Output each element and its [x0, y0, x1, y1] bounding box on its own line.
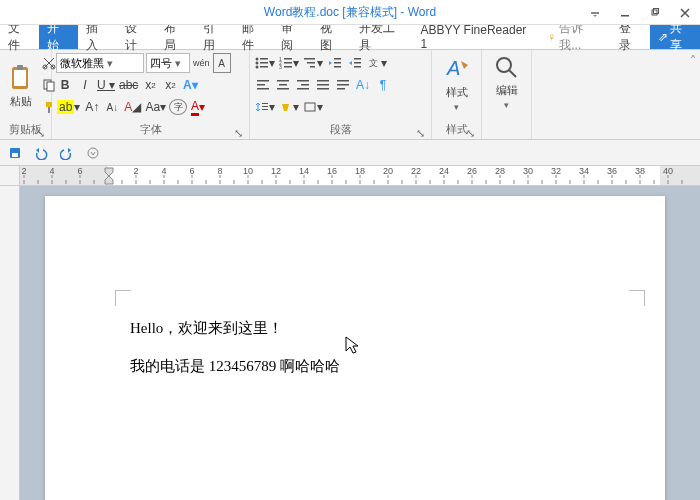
font-size-combo[interactable]: 四号▾	[146, 53, 190, 73]
restore-icon[interactable]	[640, 0, 670, 25]
highlight-button[interactable]: ab▾	[56, 97, 81, 117]
subscript-button[interactable]: x2	[141, 75, 159, 95]
clear-format-button[interactable]: A◢	[123, 97, 142, 117]
undo-icon	[33, 146, 49, 160]
minimize-icon[interactable]	[610, 0, 640, 25]
tab-file[interactable]: 文件	[0, 25, 39, 49]
dialog-launcher-icon[interactable]: ⤡	[233, 127, 243, 137]
font-color-button[interactable]: A▾	[189, 97, 207, 117]
numbering-icon: 123	[279, 57, 293, 69]
share-button[interactable]: ⇗共享	[650, 25, 700, 49]
styles-button[interactable]: A 样式 ▾	[436, 53, 477, 114]
shading-button[interactable]: ▾	[278, 97, 300, 117]
indent-icon	[348, 57, 362, 69]
bullets-button[interactable]: ▾	[254, 53, 276, 73]
tab-layout[interactable]: 布局	[156, 25, 195, 49]
svg-rect-16	[260, 62, 268, 64]
multilevel-list-button[interactable]: ▾	[302, 53, 324, 73]
svg-point-55	[497, 58, 511, 72]
tell-me[interactable]: ♀告诉我...	[539, 25, 610, 49]
align-left-button[interactable]	[254, 75, 272, 95]
paragraph-2[interactable]: 我的电话是 123456789 啊哈哈哈	[130, 354, 580, 378]
align-justify-button[interactable]	[314, 75, 332, 95]
tab-mailings[interactable]: 邮件	[234, 25, 273, 49]
ribbon-options-icon[interactable]	[580, 0, 610, 25]
numbering-button[interactable]: 123▾	[278, 53, 300, 73]
editing-label: 编辑	[496, 83, 518, 98]
decrease-indent-button[interactable]	[326, 53, 344, 73]
font-name-combo[interactable]: 微软雅黑▾	[56, 53, 144, 73]
undo-button[interactable]	[32, 144, 50, 162]
tab-developer[interactable]: 开发工具	[351, 25, 413, 49]
text-effects-button[interactable]: A▾	[181, 75, 199, 95]
vertical-ruler[interactable]	[0, 186, 20, 500]
align-left-icon	[256, 79, 270, 91]
login-button[interactable]: 登录	[611, 25, 650, 49]
tab-design[interactable]: 设计	[117, 25, 156, 49]
svg-rect-18	[260, 66, 268, 68]
tab-insert[interactable]: 插入	[78, 25, 117, 49]
phonetic-label: wén	[193, 58, 210, 68]
tab-home[interactable]: 开始	[39, 25, 78, 49]
qat-customize-button[interactable]	[84, 144, 102, 162]
superscript-button[interactable]: x2	[161, 75, 179, 95]
svg-rect-48	[337, 84, 349, 86]
phonetic-guide-button[interactable]: wén	[192, 53, 211, 73]
chevron-down-icon: ▾	[107, 57, 113, 70]
svg-rect-14	[260, 58, 268, 60]
svg-rect-0	[591, 12, 599, 14]
close-icon[interactable]	[670, 0, 700, 25]
increase-indent-button[interactable]	[346, 53, 364, 73]
paragraph-1[interactable]: Hello，欢迎来到这里！	[130, 316, 580, 340]
line-spacing-button[interactable]: ▾	[254, 97, 276, 117]
tab-review[interactable]: 审阅	[273, 25, 312, 49]
collapse-ribbon-icon[interactable]: ˄	[690, 54, 696, 68]
shrink-font-button[interactable]: A↓	[103, 97, 121, 117]
character-border-button[interactable]: A	[213, 53, 231, 73]
save-button[interactable]	[6, 144, 24, 162]
tab-abbyy[interactable]: ABBYY FineReader 1	[412, 25, 539, 49]
styles-label: 样式	[446, 85, 468, 100]
dialog-launcher-icon[interactable]: ⤡	[465, 127, 475, 137]
align-distribute-button[interactable]	[334, 75, 352, 95]
clipboard-group-label: 剪贴板⤡	[4, 120, 47, 139]
document-title: Word教程.doc [兼容模式] - Word	[264, 4, 436, 21]
redo-button[interactable]	[58, 144, 76, 162]
bold-button[interactable]: B	[56, 75, 74, 95]
page-scroll[interactable]: Hello，欢迎来到这里！ 我的电话是 123456789 啊哈哈哈	[20, 186, 700, 500]
tab-view[interactable]: 视图	[312, 25, 351, 49]
grow-font-button[interactable]: A↑	[83, 97, 101, 117]
bucket-icon	[279, 101, 293, 113]
dialog-launcher-icon[interactable]: ⤡	[415, 127, 425, 137]
dialog-launcher-icon[interactable]: ⤡	[35, 127, 45, 137]
line-spacing-icon	[255, 101, 269, 113]
ribbon: 粘贴 剪贴板⤡ 微软雅黑▾ 四号▾ wén A B I U ▾ abc	[0, 50, 700, 140]
tab-references[interactable]: 引用	[195, 25, 234, 49]
asian-layout-button[interactable]: 文▾	[366, 53, 388, 73]
show-marks-button[interactable]: ¶	[374, 75, 392, 95]
change-case-button[interactable]: Aa▾	[144, 97, 167, 117]
sort-button[interactable]: A↓	[354, 75, 372, 95]
svg-rect-37	[257, 88, 269, 90]
enclose-char-button[interactable]: 字	[169, 99, 187, 115]
italic-button[interactable]: I	[76, 75, 94, 95]
editing-button[interactable]: 编辑 ▾	[486, 53, 527, 112]
svg-rect-22	[284, 62, 292, 64]
align-right-button[interactable]	[294, 75, 312, 95]
ribbon-tabs: 文件 开始 插入 设计 布局 引用 邮件 审阅 视图 开发工具 ABBYY Fi…	[0, 25, 700, 50]
paste-button[interactable]: 粘贴	[4, 53, 38, 120]
strikethrough-button[interactable]: abc	[118, 75, 139, 95]
align-center-button[interactable]	[274, 75, 292, 95]
underline-button[interactable]: U ▾	[96, 75, 116, 95]
chevron-down-icon: ▾	[504, 100, 509, 110]
page[interactable]: Hello，欢迎来到这里！ 我的电话是 123456789 啊哈哈哈	[45, 196, 665, 500]
align-right-icon	[296, 79, 310, 91]
svg-rect-44	[317, 80, 329, 82]
group-editing: 编辑 ▾	[482, 50, 532, 139]
ruler-corner[interactable]	[0, 166, 20, 185]
outdent-icon	[328, 57, 342, 69]
document-area: Hello，欢迎来到这里！ 我的电话是 123456789 啊哈哈哈	[0, 186, 700, 500]
borders-button[interactable]: ▾	[302, 97, 324, 117]
horizontal-ruler[interactable]: 642246810121416182022242628303234363840	[0, 166, 700, 186]
svg-rect-39	[279, 84, 287, 86]
